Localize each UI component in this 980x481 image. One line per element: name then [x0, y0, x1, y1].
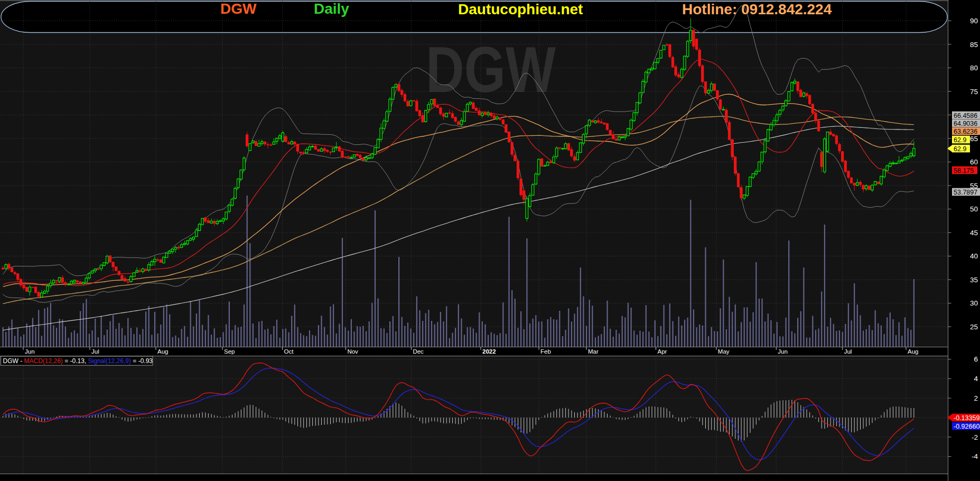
svg-text:75: 75 [970, 88, 978, 96]
svg-text:Oct: Oct [284, 348, 294, 355]
svg-text:85: 85 [970, 41, 978, 49]
svg-text:Jun: Jun [25, 348, 35, 355]
svg-text:Mar: Mar [588, 348, 599, 355]
svg-text:80: 80 [970, 64, 978, 72]
svg-text:62.9: 62.9 [954, 145, 966, 153]
svg-text:6: 6 [974, 355, 978, 363]
svg-text:Jul: Jul [844, 348, 852, 355]
svg-text:-4: -4 [972, 452, 978, 460]
svg-text:Jul: Jul [91, 348, 99, 355]
svg-text:May: May [718, 348, 730, 355]
svg-text:66.4586: 66.4586 [954, 112, 977, 119]
svg-text:DGW - MACD(12,26) = -0.13, Sig: DGW - MACD(12,26) = -0.13, Signal(12,26,… [3, 357, 153, 365]
svg-text:Sep: Sep [224, 348, 235, 355]
svg-text:63.6236: 63.6236 [954, 128, 977, 135]
svg-text:Feb: Feb [540, 348, 551, 355]
svg-text:-0.926604: -0.926604 [954, 423, 980, 430]
svg-text:Jun: Jun [778, 348, 788, 355]
svg-text:53.7897: 53.7897 [954, 189, 977, 196]
svg-text:Hotline: 0912.842.224: Hotline: 0912.842.224 [682, 1, 832, 17]
svg-text:45: 45 [970, 229, 978, 237]
svg-text:60: 60 [970, 158, 978, 166]
svg-text:Apr: Apr [658, 348, 667, 355]
svg-text:2022: 2022 [482, 348, 496, 355]
svg-text:58.175: 58.175 [954, 167, 974, 174]
svg-text:DGW: DGW [426, 34, 556, 106]
svg-text:Dec: Dec [413, 348, 424, 355]
svg-text:40: 40 [970, 252, 978, 260]
svg-text:Aug: Aug [157, 348, 168, 355]
svg-text:4: 4 [974, 375, 978, 383]
svg-text:2: 2 [974, 394, 978, 402]
svg-text:90: 90 [970, 17, 978, 25]
svg-text:64.9036: 64.9036 [954, 120, 977, 127]
svg-text:Daily: Daily [314, 1, 349, 17]
svg-text:-0.133592: -0.133592 [954, 414, 980, 422]
svg-text:Dautucophieu.net: Dautucophieu.net [458, 1, 583, 17]
svg-text:62.9: 62.9 [954, 136, 966, 144]
svg-text:Aug: Aug [908, 348, 918, 355]
svg-text:30: 30 [970, 299, 978, 307]
svg-text:25: 25 [970, 323, 978, 331]
svg-text:DGW: DGW [220, 1, 257, 17]
svg-text:65: 65 [970, 135, 978, 143]
svg-text:-2: -2 [972, 433, 978, 441]
svg-text:Nov: Nov [347, 348, 358, 355]
svg-text:35: 35 [970, 276, 978, 284]
svg-text:50: 50 [970, 205, 978, 213]
